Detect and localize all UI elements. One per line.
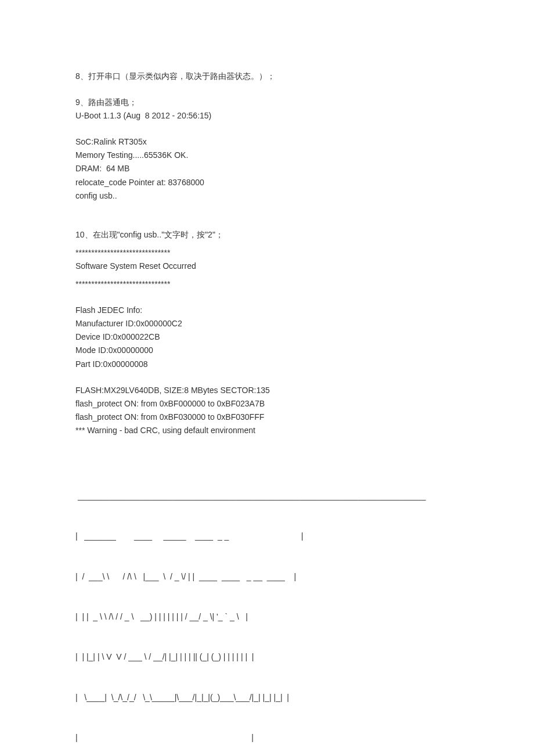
text-line: ****************************** (75, 246, 459, 260)
text-line: 8、打开串口（显示类似内容，取决于路由器状态。）； (75, 70, 459, 83)
text-line: Software System Reset Occurred (75, 260, 459, 273)
text-line: flash_protect ON: from 0xBF000000 to 0xB… (75, 397, 459, 411)
text-line: Part ID:0x00000008 (75, 358, 459, 371)
ascii-line: | \____| \_/\_/_/ \_\_____|\___/|_|_|(_)… (75, 691, 459, 704)
text-line: Mode ID:0x00000000 (75, 344, 459, 357)
text-line: Device ID:0x000022CB (75, 330, 459, 344)
text-line: config usb.. (75, 189, 459, 203)
text-line: Manufacturer ID:0x000000C2 (75, 317, 459, 330)
ascii-line: | | (75, 731, 459, 744)
text-line: 9、路由器通电； (75, 96, 459, 109)
text-line: relocate_code Pointer at: 83768000 (75, 176, 459, 189)
text-line: Memory Testing.....65536K OK. (75, 149, 459, 162)
ascii-line: | _______ ____ _____ ____ _ _ | (75, 530, 459, 543)
document-page: 8、打开串口（显示类似内容，取决于路由器状态。）； 9、路由器通电； U-Boo… (0, 0, 534, 756)
text-line: flash_protect ON: from 0xBF030000 to 0xB… (75, 411, 459, 424)
text-line: DRAM: 64 MB (75, 162, 459, 175)
text-line: SoC:Ralink RT305x (75, 135, 459, 149)
ascii-line: ________________________________________… (75, 489, 459, 503)
text-line: 10、在出现"config usb.."文字时，按"2"； (75, 228, 459, 242)
text-line: *** Warning - bad CRC, using default env… (75, 424, 459, 437)
ascii-line: | | |_| | \ V V / ___ \ / __/| |_| | | |… (75, 650, 459, 664)
text-line: U-Boot 1.1.3 (Aug 8 2012 - 20:56:15) (75, 109, 459, 123)
ascii-banner: ________________________________________… (75, 463, 459, 756)
text-line: Flash JEDEC Info: (75, 304, 459, 317)
ascii-line: | | | _ \ \ /\ / / _ \ __) | | | | | | |… (75, 610, 459, 624)
text-line: ****************************** (75, 278, 459, 291)
text-line: FLASH:MX29LV640DB, SIZE:8 MBytes SECTOR:… (75, 384, 459, 397)
ascii-line: | / ___\ \ / /\ \ |___ \ / _ \/ | | ____… (75, 570, 459, 584)
